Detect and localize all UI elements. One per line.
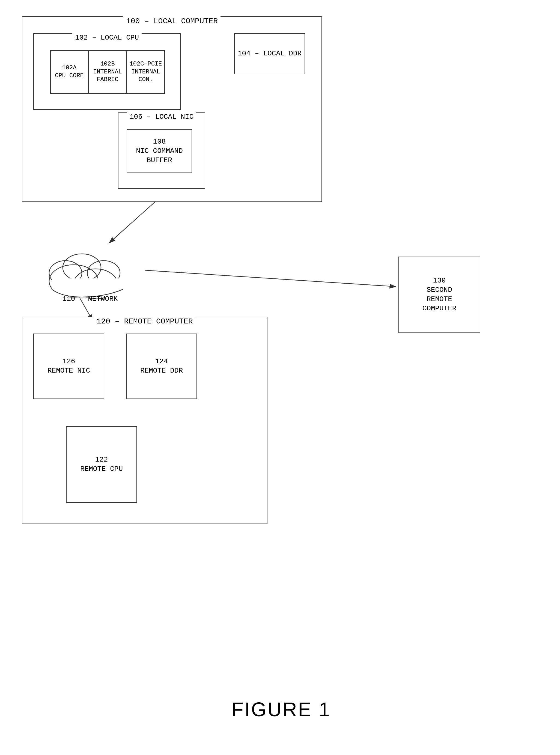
network-cloud-container: 110 – NETWORK (38, 235, 142, 306)
local-ddr-label: 104 – LOCAL DDR (238, 49, 302, 58)
cpu-internal-fabric-label: 102BINTERNALFABRIC (93, 60, 122, 84)
local-cpu-box: 102 – LOCAL CPU 102ACPU CORE 102BINTERNA… (33, 33, 181, 110)
diagram-container: 100 – LOCAL COMPUTER 102 – LOCAL CPU 102… (16, 11, 546, 742)
cpu-pcie-box: 102C-PCIEINTERNALCON. (127, 50, 165, 94)
local-computer-box: 100 – LOCAL COMPUTER 102 – LOCAL CPU 102… (22, 16, 322, 202)
remote-cpu-label: 122REMOTE CPU (80, 455, 123, 474)
remote-computer-label: 120 – REMOTE COMPUTER (94, 317, 196, 326)
second-remote-computer-box: 130 SECOND REMOTE COMPUTER (398, 257, 480, 333)
cpu-core-box: 102ACPU CORE (50, 50, 88, 94)
remote-nic-box: 126REMOTE NIC (33, 334, 104, 399)
second-remote-computer-label: 130 SECOND REMOTE COMPUTER (422, 276, 457, 313)
nic-buffer-box: 108NIC COMMANDBUFFER (127, 130, 192, 173)
network-label: 110 – NETWORK (62, 295, 118, 303)
local-nic-box: 106 – LOCAL NIC 108NIC COMMANDBUFFER (118, 113, 205, 189)
local-ddr-box: 104 – LOCAL DDR (234, 33, 305, 74)
svg-line-8 (145, 270, 396, 286)
cpu-subboxes: 102ACPU CORE 102BINTERNALFABRIC 102C-PCI… (50, 50, 165, 94)
local-computer-label: 100 – LOCAL COMPUTER (123, 16, 220, 26)
cpu-internal-fabric-box: 102BINTERNALFABRIC (88, 50, 127, 94)
remote-cpu-box: 122REMOTE CPU (66, 426, 137, 503)
local-nic-label: 106 – LOCAL NIC (127, 113, 196, 122)
nic-buffer-label: 108NIC COMMANDBUFFER (136, 137, 183, 165)
cpu-pcie-label: 102C-PCIEINTERNALCON. (129, 60, 162, 84)
figure-label: FIGURE 1 (232, 698, 331, 721)
local-cpu-label: 102 – LOCAL CPU (72, 33, 142, 43)
remote-nic-label: 126REMOTE NIC (47, 357, 90, 376)
remote-ddr-box: 124REMOTE DDR (126, 334, 197, 399)
cpu-core-label: 102ACPU CORE (55, 64, 84, 80)
svg-point-16 (63, 254, 101, 281)
remote-ddr-label: 124REMOTE DDR (140, 357, 183, 376)
remote-computer-box: 120 – REMOTE COMPUTER 126REMOTE NIC 124R… (22, 317, 267, 524)
